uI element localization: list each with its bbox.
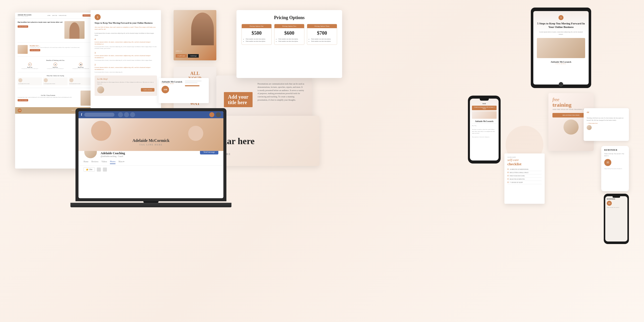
fb-header: f [78,111,223,118]
benefits-section: Benefits of Working with You ⏱ Benefit O… [15,58,96,71]
phone-time: 9:41 [472,103,497,105]
pricing-option-1: Pricing Option One $500 Point number one… [242,24,272,45]
title-here-text: title here [228,100,249,105]
fb-shape-1 [91,121,111,141]
quote-marks: “ [587,111,626,116]
pricing-title: Pricing Options [242,15,337,20]
fb-tab-more[interactable]: More ▾ [118,160,124,164]
benefit-3-desc: Lorem ipsum dolor sit amet, consectetur … [69,68,93,69]
phone-text: Hey You, You have so much to offer the w… [472,125,497,138]
main-scene: Adelaide McCormick TAG LINE HERE HOME AB… [0,0,644,322]
fb-add-icon [209,112,214,117]
reminder-date: 15 [604,159,611,166]
formula-title: Get My 5 Step Formula [18,95,78,96]
fb-handle: @adelaidecoaching · Coach [101,155,197,157]
fb-page-info: Adelaide Coaching @adelaidecoaching · Co… [101,151,197,159]
add-your-text: Add your [228,94,249,100]
checklist-items: 10 MINUTES OF MEDITATION DECLUTTER A SMA… [507,168,542,184]
tablet-image [537,38,585,58]
test-avatar-1 [18,78,22,82]
testimonial-row: Lorem ipsum dolor sit amet Lorem ipsum d… [18,77,93,85]
fb-user-icon [216,112,221,117]
check-dot-3 [507,175,509,176]
fb-tab-home[interactable]: Home [84,160,89,164]
nav-links: HOME ABOUT ME WORK WITH ME [48,15,66,16]
content-body: Lorem ipsum dolor sit amet, consectetur … [30,47,80,48]
phone2-container: REMINDER 15 Today is the day. You can do… [604,194,629,244]
benefit-3: ▦ Benefit Three Lorem ipsum dolor sit am… [69,63,93,69]
article-title: Steps to Keep You Moving Forward in your… [95,22,157,25]
fb-menu-icon [130,112,135,117]
hero-cta[interactable]: CALL TO ACTION [18,25,28,28]
pricing-options: Pricing Option One $500 Point number one… [242,24,337,45]
step-2-title: Lorem ipsum dolor sit amet, consectetur … [95,66,157,70]
fb-logo: f [81,113,82,117]
testimonials-title: What My Clients Are Saying [18,75,93,76]
pricing-header-2: Pricing Option Two [274,24,304,28]
pricing-points-1: Point number one short description. Poin… [242,37,271,45]
fb-actions [209,112,221,117]
pricing-price-2: $600 [274,28,304,37]
phone-divider [472,124,497,124]
content-image [18,45,28,54]
phone2-title: REMINDER [607,198,626,200]
test-avatar-3 [69,78,73,82]
reminder-text: Today is the day. You can do it. You kno… [604,153,626,157]
laptop-body: f Adelaide McCorm [75,108,226,201]
pres-line-2 [185,82,197,83]
benefit-2-desc: Lorem ipsum dolor sit amet, consectetur … [43,68,67,69]
phone2-notch [613,196,620,198]
phone-notch [480,99,489,101]
cta-button[interactable]: Call to Action [141,88,154,92]
phone-body: 9:41 Create an Amazing Life in these 3 S… [468,96,501,164]
check-dot-1 [507,169,509,170]
fb-like-button[interactable]: 👍 Like [84,167,95,172]
step-3-num: 3 [95,52,157,54]
cta-person-photo [97,86,104,93]
selfcare-person [191,13,214,45]
test-text-3: Lorem ipsum dolor sit amet [69,83,92,85]
reminder-card: REMINDER Today is the day. You can do it… [601,146,629,191]
formula-cta[interactable]: CALL TO ACTION [18,99,28,101]
testimonial-1: Lorem ipsum dolor sit amet [18,77,42,85]
quote-card: “ Working with Kati was one of a best mo… [584,108,629,141]
testimonials-section: What My Clients Are Saying Lorem ipsum d… [15,73,96,87]
tablet-content: 5 5 Steps to Keep You Moving Forward In … [533,11,589,85]
checklist-title-bold: checklist [507,162,542,166]
pricing-option-3: Pricing Option Three $700 Point number o… [307,24,337,45]
title-right: Presentations are communication tools th… [258,82,304,120]
fb-tab-reviews[interactable]: Reviews [92,160,99,164]
step-3-body: Lorem ipsum dolor sit amet, consectetur … [95,59,157,61]
training-text: training [552,102,590,107]
phone2-date: 15 [607,201,612,206]
fb-tab-photos[interactable]: Photos [110,160,115,164]
check-dot-4 [507,178,509,180]
fb-bell-icon [124,112,129,117]
site-nav: Adelaide McCormick TAG LINE HERE HOME AB… [15,13,96,19]
fb-action-bar: 👍 Like [78,166,223,173]
laptop-base [70,203,231,207]
tablet-screen: 5 5 Steps to Keep You Moving Forward In … [533,11,589,85]
testimonial-3: Lorem ipsum dolor sit amet [69,77,93,85]
step-4-num: 4 [95,38,157,41]
add-your-box: Add your title here [224,92,253,107]
phone2-content: REMINDER 15 Today is the day. You can do… [605,196,627,242]
phone2-body: REMINDER 15 Today is the day. You can do… [604,194,629,244]
check-dot-5 [507,182,509,183]
quote-avatar [587,125,592,130]
pricing-price-1: $500 [242,28,271,37]
article-cta-text: Etiam adipiscing at ut tellus magna rhon… [97,81,154,85]
content-cta[interactable]: CALL TO ACTION [30,49,40,51]
pres-line-1 [185,80,202,82]
fb-home-icon [118,112,123,117]
benefit-1-icon: ⏱ [28,63,32,66]
pricing-slide: Pricing Options Pricing Option One $500 … [236,10,342,78]
hero-section: Big headline here pharetra turpis nunc e… [15,19,96,41]
fb-tab-videos[interactable]: Videos [101,160,107,164]
step-4-body: Lorem ipsum dolor sit amet, consectetur … [95,46,157,49]
tablet-title: 5 Steps to Keep You Moving Forward In Yo… [537,22,585,29]
quote-author: — Client name here [587,123,626,124]
fb-cover: Adelaide McCormick TAG LINE HERE [78,118,223,151]
reminder-label: REMINDER [604,149,626,151]
pres-brand-name: Adelaide McCormick [162,80,182,83]
